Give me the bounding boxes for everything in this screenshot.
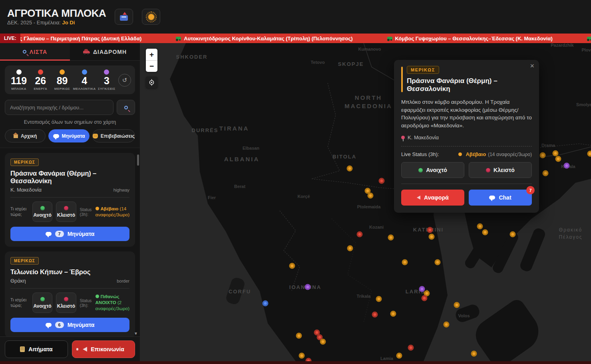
map-marker[interactable] (402, 259, 408, 265)
map-marker[interactable] (347, 166, 353, 172)
map-marker[interactable] (553, 150, 559, 156)
messages-label: Μηνύματα (68, 231, 95, 237)
map-marker[interactable] (379, 178, 385, 184)
theme-toggle-button[interactable] (142, 9, 160, 25)
ticker-item-text: Κόμβος Γλαύκου – Περιμετρική Πάτρας (Δυτ… (3, 36, 141, 42)
search-row (5, 100, 135, 115)
map-marker[interactable] (408, 345, 414, 351)
green-dot-icon (40, 297, 45, 301)
tractor-icon (587, 37, 591, 40)
map-marker[interactable] (320, 339, 326, 345)
blockade-region: Θράκη (10, 278, 26, 284)
map-marker[interactable] (372, 312, 378, 318)
map-marker[interactable] (357, 231, 363, 237)
status-dot-icon (96, 295, 99, 298)
megaphone-icon (417, 196, 420, 200)
map-marker[interactable] (263, 301, 269, 307)
list-item[interactable]: ΜΕΡΙΚΩΣ Πράσινα Φανάρια (Θέρμη) – Θεσσαλ… (5, 153, 135, 247)
requests-button[interactable]: Αιτήματα (5, 340, 68, 358)
map-marker[interactable] (429, 234, 435, 240)
vote-open-button[interactable]: Ανοιχτό (32, 293, 52, 313)
map-marker[interactable] (305, 284, 311, 290)
vote-closed-button[interactable]: Κλειστό (56, 293, 76, 313)
speech-bubble-icon (46, 232, 52, 236)
map-marker[interactable] (427, 227, 433, 233)
map-marker[interactable] (454, 302, 460, 308)
vote-open-button[interactable]: Ανοιχτό (401, 162, 464, 178)
map-marker[interactable] (540, 152, 546, 158)
map-marker[interactable] (543, 170, 549, 176)
map-marker[interactable] (587, 151, 591, 157)
map-marker[interactable] (388, 235, 394, 241)
map-marker[interactable] (306, 358, 312, 362)
stat-value: 3 (104, 76, 109, 86)
report-button[interactable]: Αναφορά (401, 190, 464, 206)
messages-button[interactable]: 7 Μηνύματα (10, 227, 129, 241)
vote-closed-button[interactable]: Κλειστό (469, 162, 532, 178)
map-marker[interactable] (482, 229, 488, 235)
header: ΑΓΡΟΤΙΚΑ ΜΠΛΟΚΑ ΔΕΚ. 2025 - Επιμέλεια: J… (0, 0, 591, 34)
messages-button[interactable]: 6 Μηνύματα (10, 318, 129, 332)
status-dot-icon (458, 152, 462, 156)
green-dot-icon (418, 168, 423, 172)
map-marker[interactable] (444, 322, 450, 328)
popup-description: Μπλόκο στον κόμβο αεροδρομίου. Η Τροχαία… (401, 98, 532, 129)
list-scrollbar[interactable] (137, 154, 139, 166)
chat-button[interactable]: Chat 7 (469, 190, 532, 206)
map-marker[interactable] (435, 259, 441, 265)
closed-label: Κλειστό (57, 212, 75, 218)
stat-item: 119 ΜΠΛΟΚΑ (8, 69, 30, 91)
stat-value: 119 (11, 76, 27, 86)
map-marker[interactable] (564, 163, 570, 169)
vote-closed-button[interactable]: Κλειστό (56, 202, 76, 222)
map-marker[interactable] (296, 333, 302, 339)
contact-button[interactable]: Επικοινωνία (72, 340, 135, 358)
map-marker[interactable] (477, 224, 483, 229)
messages-count-badge: 7 (55, 231, 64, 237)
map-marker[interactable] (299, 353, 305, 359)
status-value: Αβέβαιο (14 αναφορές/3ωρο) (96, 206, 129, 218)
search-helper-text: Εντοπισμός όλων των σημείων στο χάρτη (5, 119, 135, 125)
blockade-subrow: Κ. Μακεδονία highway (10, 187, 129, 193)
map-marker[interactable] (555, 156, 561, 162)
stat-value: 89 (57, 76, 68, 86)
share-button[interactable] (115, 9, 133, 25)
bottom-bar (0, 361, 591, 364)
zoom-in-button[interactable]: + (146, 49, 157, 60)
tab-list[interactable]: ΛΙΣΤΑ (0, 43, 70, 60)
status-meta-label: Status (3h): (80, 207, 92, 217)
closed-label: Κλειστό (493, 167, 515, 173)
search-button[interactable] (117, 100, 135, 115)
map-marker[interactable] (347, 245, 353, 251)
contact-label: Επικοινωνία (91, 346, 124, 352)
map-canvas[interactable]: SHKODERKumanovoTetovoSKOPJENORTH MACEDON… (140, 43, 591, 361)
vote-open-button[interactable]: Ανοιχτό (32, 202, 52, 222)
map-marker[interactable] (368, 193, 374, 199)
popup-actions-row: Αναφορά Chat 7 (401, 190, 532, 206)
megaphone-icon (83, 347, 87, 352)
map-marker[interactable] (376, 296, 382, 302)
map-marker[interactable] (396, 353, 402, 359)
editor-name: Jo Di (62, 20, 75, 26)
list-item[interactable]: ΜΕΡΙΚΩΣ Τελωνείο Κήπων – Έβρος Θράκη bor… (5, 251, 135, 336)
locate-button[interactable] (146, 77, 157, 88)
filter-home[interactable]: Αρχική (5, 129, 46, 142)
map-marker[interactable] (471, 351, 477, 357)
stat-dot-icon (104, 69, 109, 75)
refresh-button[interactable]: ↺ (118, 74, 131, 87)
filter-messages[interactable]: Μηνύματα (48, 129, 89, 142)
map-marker[interactable] (289, 263, 295, 269)
filter-confirmations[interactable]: Επιβεβαιώσεις (92, 129, 135, 142)
blockade-list[interactable]: ▼ ΜΕΡΙΚΩΣ Πράσινα Φανάρια (Θέρμη) – Θεσσ… (0, 148, 140, 336)
map-marker[interactable] (422, 295, 428, 301)
map-marker[interactable] (510, 231, 516, 237)
live-badge: LIVE: (0, 34, 20, 43)
live-status-row: Live Status (3h): Αβέβαιο (14 αναφορές/3… (401, 151, 532, 157)
search-input[interactable] (5, 100, 113, 115)
map-marker[interactable] (390, 311, 396, 317)
divider (401, 184, 532, 184)
zoom-out-button[interactable]: − (146, 60, 157, 72)
tab-route[interactable]: ΔΙΑΔΡΟΜΗ (70, 43, 140, 60)
scroll-down-indicator: ▼ (134, 331, 138, 336)
page-subtitle: ΔΕΚ. 2025 - Επιμέλεια: Jo Di (7, 20, 106, 26)
